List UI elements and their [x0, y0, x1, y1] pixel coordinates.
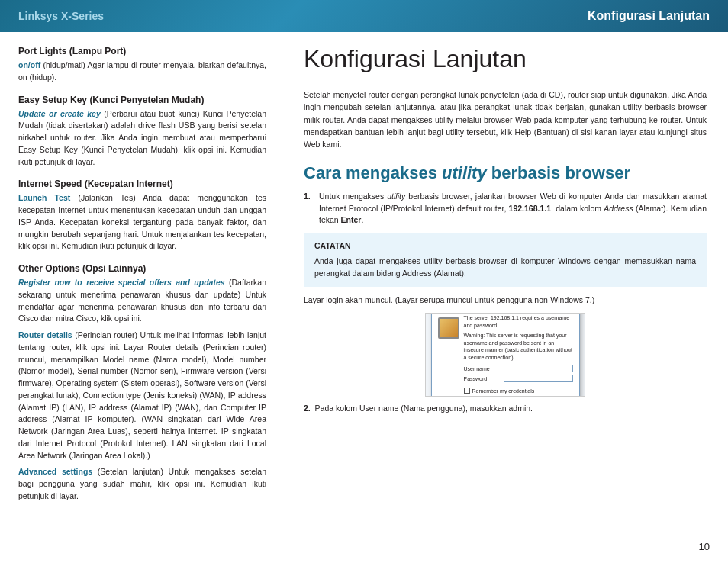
section-other-options-title: Other Options (Opsi Lainnya): [18, 263, 266, 274]
internet-speed-link: Launch Test: [18, 193, 70, 202]
right-column: Konfigurasi Lanjutan Setelah menyetel ro…: [282, 32, 728, 563]
easy-setup-link: Update or create key: [18, 109, 101, 118]
dialog-fields: User name Password: [432, 365, 579, 388]
password-input[interactable]: [504, 375, 573, 382]
header-left: Linksys X-Series: [18, 10, 104, 22]
section-internet-speed-title: Internet Speed (Kecepatan Internet): [18, 179, 266, 189]
password-field-row: Password: [464, 375, 573, 382]
router-details-link: Router details: [18, 330, 72, 339]
intro-text: Setelah menyetel router dengan perangkat…: [304, 88, 707, 150]
left-column: Port Lights (Lampu Port) on/off (hidup/m…: [0, 32, 282, 563]
dialog-body: The server 192.168.1.1 requires a userna…: [432, 313, 579, 365]
step2-number: 2.: [304, 404, 311, 413]
section-router-details-body: Router details (Perincian router) Untuk …: [18, 330, 266, 462]
step2-body: Pada kolom User name (Nama pengguna), ma…: [315, 404, 533, 413]
advanced-settings-link: Advanced settings: [18, 467, 92, 476]
page-number: 10: [699, 541, 710, 552]
remember-label: Remember my credentials: [472, 388, 535, 394]
section-register-body: Register now to receive special offers a…: [18, 277, 266, 325]
dialog-body-text: The server 192.168.1.1 requires a userna…: [464, 314, 573, 362]
section-easy-setup-title: Easy Setup Key (Kunci Penyetelan Mudah): [18, 95, 266, 105]
login-dialog-container: Windows Security ✕ The server 192.168.1.…: [425, 313, 585, 397]
section-advanced-settings-body: Advanced settings (Setelan lanjutan) Unt…: [18, 466, 266, 502]
header-right: Konfigurasi Lanjutan: [588, 9, 710, 23]
page-title: Konfigurasi Lanjutan: [304, 46, 707, 72]
header-bar: Linksys X-Series Konfigurasi Lanjutan: [0, 0, 728, 32]
note-box: CATATAN Anda juga dapat mengakses utilit…: [304, 233, 707, 287]
caption-text: Layar login akan muncul. (Layar serupa m…: [304, 294, 707, 307]
remember-checkbox[interactable]: [464, 388, 470, 394]
note-title: CATATAN: [314, 240, 696, 253]
section-internet-speed-body: Launch Test (Jalankan Tes) Anda dapat me…: [18, 192, 266, 253]
step2-text: 2. Pada kolom User name (Nama pengguna),…: [304, 403, 707, 415]
username-field-row: User name: [464, 365, 573, 372]
register-link: Register now to receive special offers a…: [18, 278, 225, 287]
note-body: Anda juga dapat mengakses utility berbas…: [314, 256, 696, 280]
section-port-lights-body: on/off (hidup/mati) Agar lampu di router…: [18, 60, 266, 84]
title-divider: [304, 79, 707, 79]
dialog-text1: The server 192.168.1.1 requires a userna…: [464, 314, 573, 330]
section-port-lights-title: Port Lights (Lampu Port): [18, 46, 266, 56]
step1-body: Untuk mengakses utility berbasis browser…: [319, 191, 707, 227]
password-label: Password: [464, 376, 501, 381]
dialog-icon: [438, 317, 459, 339]
section-easy-setup-body: Update or create key (Perbarui atau buat…: [18, 108, 266, 169]
windows-security-dialog: Windows Security ✕ The server 192.168.1.…: [431, 313, 580, 397]
steps-list: 1. Untuk mengakses utility berbasis brow…: [304, 191, 707, 227]
remember-checkbox-row: Remember my credentials: [432, 388, 579, 397]
step1-number: 1.: [304, 191, 314, 227]
step-1: 1. Untuk mengakses utility berbasis brow…: [304, 191, 707, 227]
main-content: Port Lights (Lampu Port) on/off (hidup/m…: [0, 32, 728, 563]
port-lights-link: on/off: [18, 60, 40, 69]
dialog-text2: Warning: This server is requesting that …: [464, 332, 573, 362]
section2-heading: Cara mengakses utility berbasis browser: [304, 163, 707, 183]
username-label: User name: [464, 366, 501, 372]
username-input[interactable]: [504, 365, 573, 372]
